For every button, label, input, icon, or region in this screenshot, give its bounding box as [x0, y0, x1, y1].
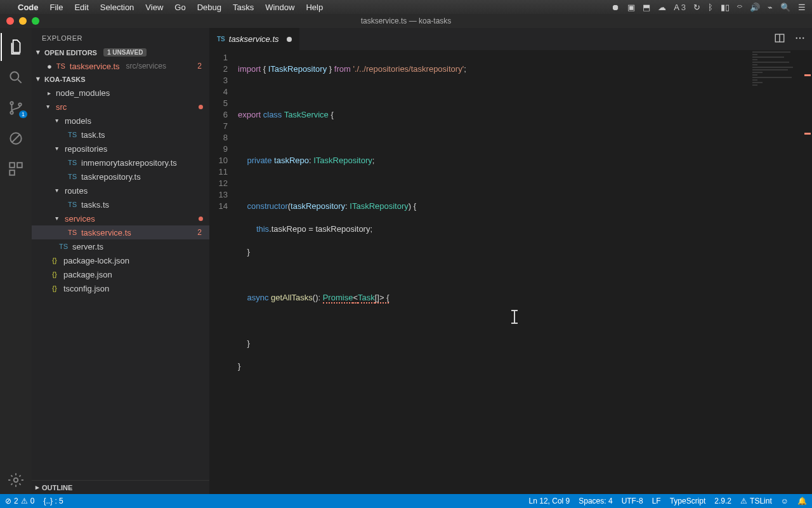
menu-debug[interactable]: Debug	[197, 3, 221, 12]
explorer-activity[interactable]	[1, 33, 31, 61]
menu-list-icon[interactable]: ☰	[798, 3, 806, 12]
file-package-json[interactable]: {}package.json	[32, 267, 209, 281]
dirty-indicator-icon	[287, 37, 292, 42]
folder-node_modules[interactable]: ▸node_modules	[32, 86, 209, 100]
editor-tab-taskservice[interactable]: TS taskservice.ts	[209, 28, 300, 50]
code-content[interactable]: import { ITaskRepository } from './../re…	[238, 50, 812, 494]
zoom-window-button[interactable]	[32, 17, 39, 25]
close-window-button[interactable]	[6, 17, 14, 25]
line-number-gutter: 1234567891011121314	[209, 50, 238, 494]
menu-help[interactable]: Help	[306, 3, 323, 12]
folder-models[interactable]: ▸models	[32, 114, 209, 128]
svg-point-12	[802, 37, 804, 38]
tslint-status[interactable]: ⚠ TSLint	[740, 497, 772, 505]
search-icon	[8, 69, 24, 86]
app-menu[interactable]: Code	[18, 3, 39, 12]
encoding-status[interactable]: UTF-8	[622, 497, 643, 505]
menu-file[interactable]: File	[50, 3, 63, 12]
folder-services[interactable]: ▸services	[32, 211, 209, 225]
folder-src[interactable]: ▸src	[32, 100, 209, 114]
file-task-ts[interactable]: TStask.ts	[32, 128, 209, 142]
explorer-sidebar: EXPLORER ▸ OPEN EDITORS 1 UNSAVED ● TS t…	[32, 28, 209, 494]
adobe-icon[interactable]: A 3	[674, 3, 686, 12]
ts-file-icon: TS	[67, 131, 77, 138]
extensions-activity[interactable]	[1, 155, 31, 183]
bluetooth-icon[interactable]: ᛒ	[708, 3, 713, 12]
chevron-right-icon: ▸	[46, 90, 52, 96]
airplay-icon[interactable]: ▣	[627, 3, 635, 12]
file-taskrepo[interactable]: TStaskrepository.ts	[32, 170, 209, 184]
settings-activity[interactable]	[1, 466, 31, 494]
ts-file-icon: TS	[67, 229, 77, 236]
svg-point-0	[10, 72, 18, 80]
problems-status[interactable]: ⊘ 2 ⚠ 0	[5, 497, 34, 505]
error-dot-icon	[199, 105, 203, 109]
ts-file-icon: TS	[67, 201, 77, 208]
menu-go[interactable]: Go	[174, 3, 185, 12]
svg-point-10	[796, 37, 797, 38]
ts-file-icon: TS	[56, 62, 66, 70]
split-editor-button[interactable]	[774, 32, 785, 46]
folder-repositories[interactable]: ▸repositories	[32, 142, 209, 156]
volume-icon[interactable]: 🔊	[750, 3, 760, 12]
open-editors-section[interactable]: ▸ OPEN EDITORS 1 UNSAVED	[32, 46, 209, 59]
sidebar-title: EXPLORER	[32, 28, 209, 46]
scrollbar-overview[interactable]	[803, 50, 812, 494]
folder-routes[interactable]: ▸routes	[32, 184, 209, 197]
file-label: taskservice.ts	[81, 228, 131, 237]
folder-label: node_modules	[56, 88, 110, 98]
error-dot-icon	[199, 217, 203, 221]
notifications-status[interactable]: 🔔	[797, 497, 807, 505]
cloud-icon[interactable]: ☁	[658, 3, 666, 12]
ellipsis-icon	[794, 32, 806, 44]
menu-tasks[interactable]: Tasks	[233, 3, 254, 12]
minimize-window-button[interactable]	[19, 17, 27, 25]
wifi-icon[interactable]: ⌔	[737, 3, 742, 12]
language-status[interactable]: TypeScript	[670, 497, 706, 505]
menu-window[interactable]: Window	[265, 3, 294, 12]
debug-activity[interactable]	[1, 124, 31, 152]
more-actions-button[interactable]	[794, 32, 806, 46]
code-editor[interactable]: 1234567891011121314 import { ITaskReposi…	[209, 50, 812, 494]
bracket-status[interactable]: {..} : 5	[43, 497, 63, 505]
menu-selection[interactable]: Selection	[100, 3, 134, 12]
source-control-activity[interactable]: 1	[1, 94, 31, 122]
outline-section[interactable]: ▸ OUTLINE	[32, 480, 209, 494]
ts-version-status[interactable]: 2.9.2	[714, 497, 731, 505]
cursor-position-status[interactable]: Ln 12, Col 9	[529, 497, 570, 505]
unsaved-badge: 1 UNSAVED	[103, 48, 147, 57]
eol-status[interactable]: LF	[652, 497, 661, 505]
scm-badge: 1	[19, 110, 27, 118]
open-editor-error-count: 2	[197, 62, 202, 70]
menu-view[interactable]: View	[145, 3, 163, 12]
file-taskservice[interactable]: TStaskservice.ts2	[32, 225, 209, 239]
file-tasks-ts[interactable]: TStasks.ts	[32, 197, 209, 211]
file-inmemory[interactable]: TSinmemorytaskrepository.ts	[32, 156, 209, 170]
timemachine-icon[interactable]: ↻	[693, 3, 700, 12]
menu-edit[interactable]: Edit	[74, 3, 88, 12]
search-activity[interactable]	[1, 64, 31, 91]
ts-file-icon: TS	[58, 243, 69, 250]
split-icon	[774, 32, 785, 44]
indent-status[interactable]: Spaces: 4	[579, 497, 612, 505]
feedback-status[interactable]: ☺	[781, 497, 789, 505]
battery-icon[interactable]: ▮▯	[721, 3, 730, 12]
file-server-ts[interactable]: TSserver.ts	[32, 239, 209, 253]
tab-label: taskservice.ts	[229, 34, 279, 44]
open-editor-item[interactable]: ● TS taskservice.ts src/services 2	[32, 59, 209, 73]
dropbox-icon[interactable]: ⬒	[643, 3, 650, 12]
ts-file-icon: TS	[217, 36, 225, 43]
open-editor-path: src/services	[126, 62, 166, 70]
file-label: tasks.ts	[81, 200, 109, 210]
open-editors-label: OPEN EDITORS	[44, 49, 97, 57]
spotlight-icon[interactable]: 🔍	[780, 3, 790, 12]
chevron-down-icon: ▸	[55, 145, 61, 152]
json-file-icon: {}	[49, 257, 60, 264]
screen-record-icon[interactable]: ⏺	[612, 3, 620, 12]
minimap[interactable]	[749, 50, 812, 177]
project-section[interactable]: ▸ KOA-TASKS	[32, 73, 209, 86]
switch-icon[interactable]: ⌁	[768, 3, 773, 12]
editor-group: TS taskservice.ts 1234567891011121314 im…	[209, 28, 812, 494]
file-tsconfig[interactable]: {}tsconfig.json	[32, 281, 209, 295]
file-package-lock[interactable]: {}package-lock.json	[32, 253, 209, 267]
